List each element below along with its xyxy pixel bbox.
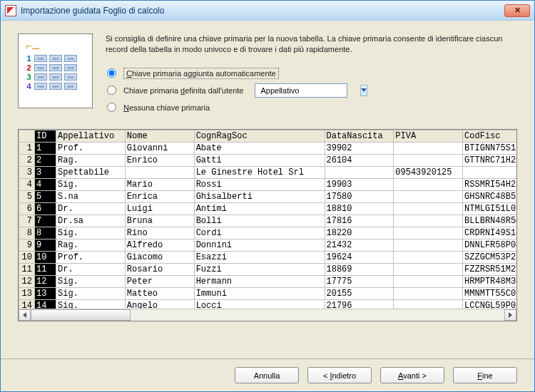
table-row[interactable]: 33SpettabileLe Ginestre Hotel Srl0954392…: [19, 166, 517, 178]
cell-cognragsoc: Rossi: [194, 178, 325, 190]
cell-cognragsoc: Hermann: [194, 275, 325, 287]
cell-appellativo: Dr.: [56, 202, 126, 215]
table-row[interactable]: 22Rag.EnricoGatti26104GTTNRC71H20: [19, 154, 517, 166]
cell-appellativo: Spettabile: [56, 166, 126, 178]
cell-cognragsoc: Le Ginestre Hotel Srl: [194, 166, 325, 178]
scroll-right-button[interactable]: [504, 309, 516, 321]
cell-cognragsoc: Ghisalberti: [194, 190, 325, 202]
col-nome[interactable]: Nome: [125, 130, 194, 142]
cell-nome: Angelo: [125, 299, 194, 309]
label-user[interactable]: Chiave primaria definita dall'utente: [123, 86, 243, 95]
table-row[interactable]: 1111Dr.RosarioFuzzi18869FZZRSR51M29: [19, 263, 517, 275]
cell-piva: [394, 215, 463, 227]
row-number: 8: [19, 227, 35, 239]
table-row[interactable]: 99Rag.AlfredoDonnini21432DNNLFR58P04: [19, 239, 517, 251]
col-appellativo[interactable]: Appellativo: [56, 130, 126, 142]
cell-piva: [394, 287, 463, 299]
cell-codfisc: HRMPTR48M30: [463, 275, 516, 287]
radio-user[interactable]: [107, 86, 116, 95]
table-row[interactable]: 11Prof.GiovanniAbate39902BTIGNN75S11: [19, 142, 517, 154]
window-title: Importazione guidata Foglio di calcolo: [21, 6, 504, 16]
description-text: Si consiglia di definire una chiave prim…: [106, 33, 517, 55]
grid-viewport[interactable]: ID Appellativo Nome CognRagSoc DataNasci…: [19, 130, 516, 309]
cell-piva: [394, 251, 463, 263]
row-number: 2: [19, 154, 35, 166]
cell-appellativo: Rag.: [56, 239, 126, 251]
cell-codfisc: GTTNRC71H20: [463, 154, 516, 166]
radio-none[interactable]: [107, 103, 116, 112]
row-number: 5: [19, 190, 35, 202]
row-number: 1: [19, 142, 35, 154]
table-row[interactable]: 1010Prof.GiacomoEsazzi19624SZZGCM53P22: [19, 251, 517, 263]
button-bar: Annulla < Indietro Avanti > Fine: [1, 359, 534, 391]
table-row[interactable]: 88Sig.RinoCordi18220CRDRNI49S18: [19, 227, 517, 239]
table-row[interactable]: 66Dr.LuigiAntimi18810NTMLGI51L07: [19, 202, 517, 215]
combo-input[interactable]: [259, 86, 360, 96]
cell-piva: [394, 275, 463, 287]
finish-button[interactable]: Fine: [453, 367, 517, 383]
cell-id: 5: [34, 190, 56, 202]
horizontal-scrollbar[interactable]: [19, 309, 516, 321]
cell-nome: Giovanni: [125, 142, 194, 154]
cell-piva: 09543920125: [394, 166, 463, 178]
options-panel: Si consiglia di definire una chiave prim…: [106, 33, 517, 116]
cell-cognragsoc: Bolli: [194, 215, 325, 227]
table-row[interactable]: 1212Sig.PeterHermann17775HRMPTR48M30: [19, 275, 517, 287]
next-button[interactable]: Avanti >: [380, 367, 444, 383]
col-cognragsoc[interactable]: CognRagSoc: [194, 130, 325, 142]
cell-id: 10: [34, 251, 56, 263]
cell-codfisc: [463, 166, 516, 178]
col-datanascita[interactable]: DataNascita: [325, 130, 394, 142]
cell-id: 2: [34, 154, 56, 166]
option-no-key[interactable]: Nessuna chiave primaria: [107, 99, 517, 116]
primary-key-options: Chiave primaria aggiunta automaticamente…: [106, 65, 517, 116]
option-user-key[interactable]: Chiave primaria definita dall'utente: [107, 82, 517, 99]
cancel-button[interactable]: Annulla: [235, 367, 299, 383]
scroll-left-button[interactable]: [19, 309, 31, 321]
header-row: ID Appellativo Nome CognRagSoc DataNasci…: [19, 130, 517, 142]
cell-id: 1: [34, 142, 56, 154]
cell-datanascita: 21432: [325, 239, 394, 251]
table-row[interactable]: 55S.naEnricaGhisalberti17580GHSNRC48B57: [19, 190, 517, 202]
row-number: 6: [19, 202, 35, 215]
chevron-down-icon[interactable]: [360, 85, 367, 96]
cell-nome: Bruna: [125, 215, 194, 227]
cell-id: 9: [34, 239, 56, 251]
cell-nome: Enrica: [125, 190, 194, 202]
close-button[interactable]: ✕: [504, 4, 530, 17]
table-row[interactable]: 77Dr.saBrunaBolli17816BLLBRN48R50: [19, 215, 517, 227]
label-auto[interactable]: Chiave primaria aggiunta automaticamente: [123, 68, 279, 79]
cell-nome: Giacomo: [125, 251, 194, 263]
table-row[interactable]: 1313Sig.MatteoImmuni20155MMNMTT55C07: [19, 287, 517, 299]
cell-codfisc: MMNMTT55C07: [463, 287, 516, 299]
cell-codfisc: NTMLGI51L07: [463, 202, 516, 215]
cell-datanascita: 39902: [325, 142, 394, 154]
label-none[interactable]: Nessuna chiave primaria: [123, 103, 210, 112]
cell-codfisc: GHSNRC48B57: [463, 190, 516, 202]
cell-datanascita: 26104: [325, 154, 394, 166]
back-button[interactable]: < Indietro: [307, 367, 372, 383]
scroll-thumb[interactable]: [31, 309, 131, 321]
cell-cognragsoc: Esazzi: [194, 251, 325, 263]
key-icon: ⌐⚊: [26, 40, 85, 51]
table-row[interactable]: 44Sig.MarioRossi19903RSSMRI54H28: [19, 178, 517, 190]
cell-cognragsoc: Antimi: [194, 202, 325, 215]
radio-auto[interactable]: [107, 68, 116, 78]
field-combo[interactable]: [255, 83, 347, 98]
cell-cognragsoc: Donnini: [194, 239, 325, 251]
wizard-illustration: ⌐⚊ 1xxxxxxxxx 2xxxxxxxxx 3xxxxxxxxx 4xxx…: [18, 33, 93, 108]
col-codfisc[interactable]: CodFisc: [463, 130, 516, 142]
cell-nome: [125, 166, 194, 178]
col-id[interactable]: ID: [34, 130, 56, 142]
option-auto-key[interactable]: Chiave primaria aggiunta automaticamente: [107, 65, 517, 82]
scroll-track[interactable]: [31, 309, 504, 321]
cell-codfisc: SZZGCM53P22: [463, 251, 516, 263]
cell-cognragsoc: Abate: [194, 142, 325, 154]
cell-datanascita: [325, 166, 394, 178]
row-number: 13: [19, 287, 35, 299]
table-row[interactable]: 1414Sig.AngeloLocci21796LCCNGL59P03: [19, 299, 517, 309]
col-piva[interactable]: PIVA: [394, 130, 463, 142]
cell-piva: [394, 142, 463, 154]
cell-codfisc: CRDRNI49S18: [463, 227, 516, 239]
cell-datanascita: 17775: [325, 275, 394, 287]
